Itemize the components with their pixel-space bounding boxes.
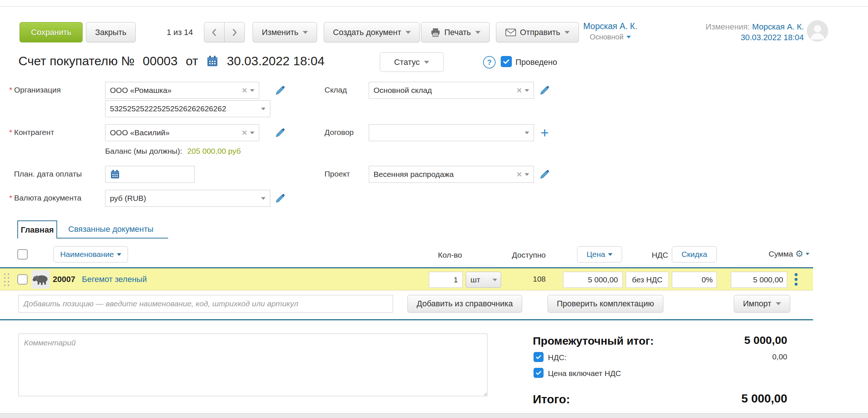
product-thumbnail[interactable] — [31, 270, 50, 289]
balance-label: Баланс (мы должны): — [105, 147, 182, 155]
chevron-down-icon — [525, 173, 529, 176]
doc-title-row: Счет покупателю № 00003 от 30.03.2022 18… — [18, 54, 324, 68]
person-icon — [807, 20, 828, 42]
sum-value: 5 000,00 — [731, 272, 787, 288]
check-kit-button[interactable]: Проверить комплектацию — [548, 295, 663, 313]
clear-icon[interactable]: × — [517, 170, 522, 179]
prev-record-button[interactable] — [204, 22, 225, 42]
organization-select[interactable]: ООО «Ромашка» × — [105, 82, 259, 99]
discount-column-button[interactable]: Скидка — [672, 246, 717, 262]
status-dropdown[interactable]: Статус — [380, 52, 444, 72]
warehouse-select[interactable]: Основной склад × — [369, 82, 534, 99]
currency-select[interactable]: руб (RUB) — [105, 190, 270, 207]
contract-select[interactable] — [369, 124, 534, 141]
counterparty-label: *Контрагент — [9, 128, 54, 137]
organization-label: *Организация — [9, 86, 61, 94]
edit-organization-pencil-icon[interactable] — [275, 85, 286, 96]
organization-value: ООО «Ромашка» — [110, 86, 238, 95]
select-all-checkbox[interactable] — [17, 249, 28, 259]
help-icon[interactable]: ? — [483, 56, 496, 69]
payment-date-label: План. дата оплаты — [14, 170, 82, 178]
row-checkbox[interactable] — [17, 274, 28, 285]
table-row[interactable]: 20007 Бегемот зеленый шт 108 без НДС 0% … — [0, 267, 813, 290]
chevron-down-icon — [424, 61, 429, 64]
audit-info: Изменения: Морская А. К. 30.03.2022 18:0… — [675, 22, 804, 42]
vat-select[interactable]: без НДС — [626, 272, 669, 288]
vat-checkbox[interactable] — [534, 352, 544, 362]
chevron-down-icon — [493, 279, 497, 281]
print-menu-button[interactable]: Печать — [421, 22, 490, 42]
project-select[interactable]: Весенняя распродажа × — [369, 166, 534, 183]
required-asterisk: * — [9, 194, 12, 202]
close-button[interactable]: Закрыть — [86, 22, 136, 42]
next-record-button[interactable] — [224, 22, 245, 42]
doc-number: 00003 — [143, 54, 178, 68]
price-input[interactable] — [563, 272, 623, 288]
counterparty-select[interactable]: ООО «Василий» × — [105, 124, 259, 141]
edit-warehouse-pencil-icon[interactable] — [539, 85, 550, 96]
chevron-down-icon — [525, 89, 529, 92]
audit-user-link[interactable]: Морская А. К. — [752, 22, 804, 31]
chevron-down-icon — [565, 31, 570, 34]
chevron-down-icon — [776, 302, 781, 305]
calendar-icon[interactable] — [110, 169, 120, 180]
edit-project-pencil-icon[interactable] — [539, 169, 550, 180]
name-column-button[interactable]: Наименование — [53, 246, 128, 262]
approved-checkbox[interactable] — [501, 56, 512, 67]
balance-value: 205 000,00 руб — [187, 147, 241, 155]
avatar[interactable] — [807, 20, 828, 42]
import-label: Импорт — [743, 299, 771, 309]
required-asterisk: * — [9, 128, 12, 136]
edit-counterparty-pencil-icon[interactable] — [275, 127, 286, 138]
sum-column-label: Сумма — [769, 250, 793, 258]
warehouse-label: Склад — [324, 86, 347, 94]
record-nav — [204, 22, 245, 42]
unit-value: шт — [471, 275, 480, 284]
edit-currency-pencil-icon[interactable] — [275, 193, 286, 204]
comment-textarea[interactable] — [18, 334, 487, 396]
project-label: Проект — [324, 170, 350, 178]
payment-date-input[interactable] — [105, 166, 195, 183]
price-includes-vat-checkbox[interactable] — [534, 368, 544, 378]
unit-select[interactable]: шт — [466, 272, 501, 288]
gear-icon[interactable]: ⚙ — [795, 249, 803, 258]
pager-label: 1 из 14 — [167, 22, 193, 42]
edit-menu-button[interactable]: Изменить — [253, 22, 317, 42]
page-title: Счет покупателю № — [18, 54, 135, 68]
organization-account-select[interactable]: 532525252225252526262626262 — [105, 100, 270, 117]
send-menu-button[interactable]: Отправить — [496, 22, 579, 42]
tab-main[interactable]: Главная — [17, 220, 57, 238]
add-position-input[interactable] — [18, 295, 393, 313]
user-menu[interactable]: Морская А. К. Основной — [570, 21, 651, 41]
row-menu-kebab-icon[interactable] — [795, 273, 798, 286]
vat-total-value: 0,00 — [730, 352, 787, 361]
clear-icon[interactable]: × — [242, 128, 247, 137]
discount-input[interactable]: 0% — [672, 272, 717, 288]
subtotal-value: 5 000,00 — [701, 334, 787, 346]
clear-icon[interactable]: × — [517, 86, 522, 95]
audit-label: Изменения: — [706, 22, 750, 31]
price-column-label: Цена — [587, 250, 605, 259]
user-context-label: Основной — [590, 33, 624, 41]
print-label: Печать — [444, 28, 471, 37]
add-from-catalog-button[interactable]: Добавить из справочника — [407, 295, 522, 313]
doc-datetime[interactable]: 30.03.2022 18:04 — [227, 54, 324, 68]
calendar-icon[interactable] — [206, 55, 219, 67]
chevron-down-icon — [626, 36, 631, 38]
qty-input[interactable] — [429, 272, 463, 288]
save-button[interactable]: Сохранить — [20, 22, 83, 42]
item-name-link[interactable]: Бегемот зеленый — [82, 275, 147, 284]
chevron-down-icon — [303, 31, 308, 34]
chevron-right-icon — [230, 28, 239, 37]
tab-related-documents[interactable]: Связанные документы — [57, 220, 168, 238]
add-contract-button[interactable]: + — [541, 124, 549, 141]
import-menu-button[interactable]: Импорт — [734, 295, 790, 313]
drag-handle-icon[interactable] — [3, 272, 10, 287]
create-document-label: Создать документ — [333, 28, 401, 37]
chevron-down-icon — [525, 132, 529, 134]
create-document-menu-button[interactable]: Создать документ — [324, 22, 420, 42]
available-column-label: Доступно — [479, 251, 546, 259]
chevron-down-icon[interactable] — [806, 253, 809, 255]
clear-icon[interactable]: × — [242, 86, 247, 95]
send-label: Отправить — [520, 28, 560, 37]
